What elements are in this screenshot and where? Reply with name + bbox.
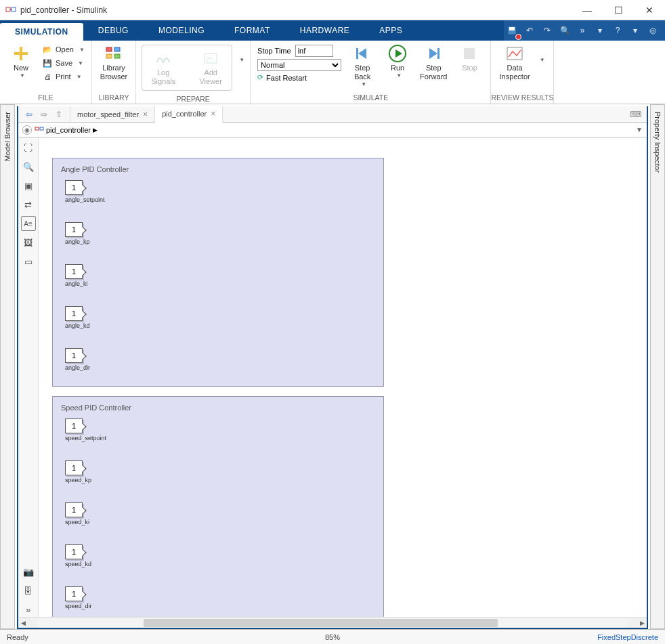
model-browser-tab[interactable]: Model Browser	[0, 104, 15, 629]
more-icon[interactable]: »	[574, 22, 591, 39]
plot-icon	[506, 45, 523, 62]
nav-forward-icon[interactable]: ⇨	[37, 108, 51, 121]
review-expand-button[interactable]: ▼	[536, 43, 546, 77]
area-speed-pid[interactable]: Speed PID Controller 1speed_setpoint 1sp…	[52, 396, 384, 617]
save-icon[interactable]	[504, 22, 520, 39]
inport-angle-kd[interactable]: 1angle_kd	[65, 306, 106, 329]
tab-format[interactable]: FORMAT	[219, 20, 285, 41]
search-icon[interactable]: 🔍	[557, 22, 573, 39]
simulink-icon	[5, 5, 16, 16]
breadcrumb-model[interactable]: pid_controller ▶	[35, 126, 98, 134]
window-title: pid_controller - Simulink	[20, 5, 572, 15]
breadcrumb: ◉ pid_controller ▶ ▼	[18, 123, 647, 137]
library-browser-button[interactable]: Library Browser	[96, 43, 131, 83]
image-icon[interactable]: 🖼	[21, 235, 36, 250]
save-button[interactable]: 💾Save▼	[39, 57, 87, 69]
area-title: Angle PID Controller	[61, 165, 375, 173]
play-icon	[389, 45, 406, 62]
run-button[interactable]: Run ▼	[381, 43, 414, 80]
step-back-icon	[353, 45, 371, 62]
tab-simulation[interactable]: SIMULATION	[0, 22, 83, 41]
undo-icon[interactable]: ↶	[521, 22, 538, 39]
inport-angle-dir[interactable]: 1angle_dir	[65, 348, 106, 371]
swap-icon[interactable]: ⇄	[21, 197, 36, 212]
status-bar: Ready 85% FixedStepDiscrete	[0, 629, 665, 644]
inport-speed-dir[interactable]: 1speed_dir	[65, 586, 106, 609]
zoom-icon[interactable]: 🔍	[21, 159, 36, 174]
stop-button[interactable]: Stop	[452, 43, 486, 74]
minimize-button[interactable]: ―	[572, 0, 603, 20]
close-button[interactable]: ✕	[634, 0, 665, 20]
inport-speed-setpoint[interactable]: 1speed_setpoint	[65, 418, 106, 442]
area-angle-pid[interactable]: Angle PID Controller 1angle_setpoint 1an…	[52, 158, 384, 387]
canvas-scroll-area[interactable]: Angle PID Controller 1angle_setpoint 1an…	[39, 137, 647, 617]
ribbon-group-simulate: Stop Time Normal ⟳ Fast Restart Step Bac…	[251, 41, 491, 104]
property-inspector-tab[interactable]: Property Inspector	[650, 104, 665, 629]
expand-strip-icon[interactable]: »	[21, 602, 36, 617]
inport-speed-ki[interactable]: 1speed_ki	[65, 502, 106, 525]
nav-up-icon[interactable]: ⇧	[52, 108, 66, 121]
svg-rect-22	[35, 127, 39, 130]
step-forward-button[interactable]: Step Forward	[416, 43, 451, 83]
ribbon-group-prepare: Log Signals Add Viewer ▼ PREPARE	[136, 41, 251, 104]
viewer-icon	[202, 49, 219, 67]
data-inspector-button[interactable]: Data Inspector	[495, 43, 534, 83]
new-button[interactable]: New ▼	[4, 43, 38, 80]
log-signals-button[interactable]: Log Signals	[146, 48, 180, 87]
inport-angle-ki[interactable]: 1angle_ki	[65, 264, 106, 287]
tab-apps[interactable]: APPS	[364, 20, 417, 41]
print-button[interactable]: 🖨Print▼	[39, 70, 87, 83]
stop-icon	[460, 45, 478, 62]
doc-tab-motor-speed-filter[interactable]: motor_speed_filter ×	[70, 106, 155, 122]
keyboard-icon[interactable]: ⌨	[624, 106, 647, 122]
add-viewer-button[interactable]: Add Viewer	[194, 48, 228, 87]
inport-angle-setpoint[interactable]: 1angle_setpoint	[65, 180, 106, 203]
model-canvas[interactable]: Angle PID Controller 1angle_setpoint 1an…	[39, 137, 647, 617]
ribbon: New ▼ 📂Open▼ 💾Save▼ 🖨Print▼ FILE Library…	[0, 41, 665, 104]
dropdown2-icon[interactable]: ▾	[627, 22, 643, 39]
close-tab-icon[interactable]: ×	[143, 110, 148, 119]
redo-icon[interactable]: ↷	[539, 22, 555, 39]
svg-rect-6	[14, 52, 28, 55]
folder-open-icon: 📂	[42, 44, 53, 55]
open-button[interactable]: 📂Open▼	[39, 43, 87, 56]
inport-speed-kd[interactable]: 1speed_kd	[65, 544, 106, 567]
svg-rect-1	[12, 7, 16, 12]
scrollbar-thumb[interactable]	[144, 619, 498, 627]
status-solver[interactable]: FixedStepDiscrete	[597, 633, 658, 641]
close-tab-icon[interactable]: ×	[211, 109, 215, 119]
menu-bar: SIMULATION DEBUG MODELING FORMAT HARDWAR…	[0, 20, 665, 41]
area-icon[interactable]: ▭	[21, 254, 36, 269]
scroll-left-icon[interactable]: ◀	[18, 620, 28, 626]
svg-rect-10	[114, 54, 120, 58]
inport-angle-kp[interactable]: 1angle_kp	[65, 222, 106, 245]
screenshot-icon[interactable]: 📷	[21, 564, 36, 579]
explorer-icon[interactable]: 🗄	[21, 583, 36, 598]
doc-tab-pid-controller[interactable]: pid_controller ×	[155, 106, 223, 123]
scroll-right-icon[interactable]: ▶	[637, 620, 647, 626]
target-icon[interactable]: ◎	[645, 22, 661, 39]
maximize-button[interactable]: ☐	[603, 0, 634, 20]
stop-time-input[interactable]	[295, 45, 333, 57]
fit-to-view-icon[interactable]: ⛶	[21, 140, 36, 155]
tab-modeling[interactable]: MODELING	[144, 20, 219, 41]
annotation-icon[interactable]: A≡	[21, 216, 36, 231]
fit-content-icon[interactable]: ▣	[21, 178, 36, 193]
tab-hardware[interactable]: HARDWARE	[285, 20, 365, 41]
horizontal-scrollbar[interactable]: ◀ ▶	[18, 617, 647, 628]
help-icon[interactable]: ?	[609, 22, 626, 39]
breadcrumb-dropdown-icon[interactable]: ▼	[636, 126, 643, 133]
inport-speed-kp[interactable]: 1speed_kp	[65, 460, 106, 484]
nav-back-icon[interactable]: ⇦	[22, 108, 36, 121]
step-back-button[interactable]: Step Back ▼	[345, 43, 379, 89]
sim-mode-select[interactable]: Normal	[257, 59, 341, 71]
svg-rect-23	[40, 127, 43, 130]
tab-debug[interactable]: DEBUG	[83, 20, 144, 41]
model-root-icon[interactable]: ◉	[22, 125, 32, 135]
svg-rect-19	[437, 48, 439, 59]
stop-time-label: Stop Time	[257, 47, 291, 55]
svg-rect-4	[509, 27, 515, 30]
fast-restart-button[interactable]: ⟳ Fast Restart	[257, 73, 341, 82]
prepare-expand-button[interactable]: ▼	[235, 43, 246, 77]
dropdown-icon[interactable]: ▾	[592, 22, 608, 39]
